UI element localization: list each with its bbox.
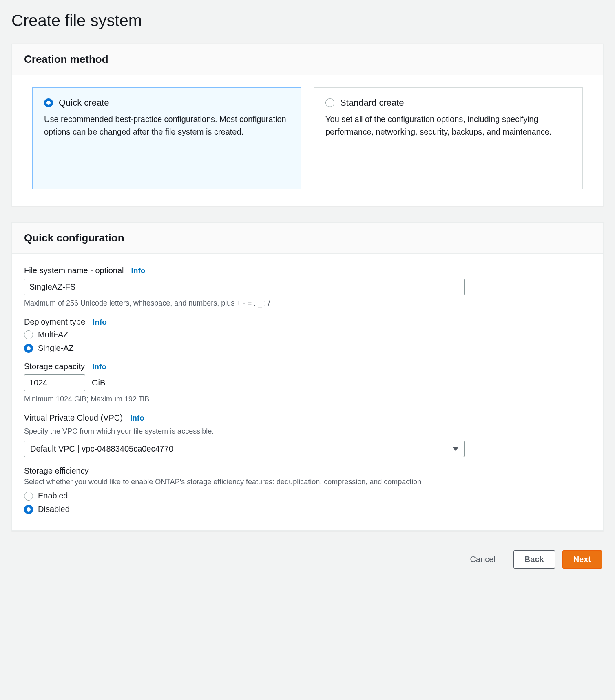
info-link-deployment-type[interactable]: Info: [93, 318, 107, 327]
field-storage-efficiency: Storage efficiency Select whether you wo…: [24, 466, 591, 514]
quick-configuration-header: Quick configuration: [12, 223, 603, 254]
storage-efficiency-label: Storage efficiency: [24, 466, 89, 476]
chevron-down-icon: [453, 447, 458, 451]
info-link-vpc[interactable]: Info: [130, 414, 144, 423]
file-system-name-input[interactable]: [24, 279, 465, 295]
deployment-option-label: Multi-AZ: [38, 330, 68, 339]
info-link-file-system-name[interactable]: Info: [131, 266, 146, 275]
creation-option-title: Quick create: [59, 97, 109, 108]
info-link-storage-capacity[interactable]: Info: [92, 362, 106, 371]
radio-icon: [24, 505, 33, 514]
creation-option-title: Standard create: [340, 97, 404, 108]
deployment-type-label: Deployment type: [24, 317, 85, 327]
creation-option-quick-create[interactable]: Quick create Use recommended best-practi…: [32, 87, 301, 189]
field-file-system-name: File system name - optional Info Maximum…: [24, 266, 591, 308]
vpc-sublabel: Specify the VPC from which your file sys…: [24, 426, 591, 436]
file-system-name-label: File system name - optional: [24, 266, 124, 275]
storage-efficiency-enabled-radio[interactable]: Enabled: [24, 491, 591, 501]
quick-configuration-panel: Quick configuration File system name - o…: [11, 222, 604, 531]
creation-option-standard-create[interactable]: Standard create You set all of the confi…: [314, 87, 583, 189]
field-deployment-type: Deployment type Info Multi-AZ Single-AZ: [24, 317, 591, 353]
footer-actions: Cancel Back Next: [11, 547, 604, 569]
file-system-name-hint: Maximum of 256 Unicode letters, whitespa…: [24, 298, 591, 308]
creation-method-panel: Creation method Quick create Use recomme…: [11, 44, 604, 206]
vpc-select[interactable]: Default VPC | vpc-04883405ca0ec4770: [24, 441, 465, 457]
storage-efficiency-disabled-radio[interactable]: Disabled: [24, 505, 591, 514]
field-vpc: Virtual Private Cloud (VPC) Info Specify…: [24, 413, 591, 457]
creation-option-description: You set all of the configuration options…: [325, 113, 571, 138]
storage-efficiency-option-label: Enabled: [38, 491, 68, 501]
storage-capacity-input[interactable]: [24, 374, 85, 391]
storage-efficiency-sublabel: Select whether you would like to enable …: [24, 476, 591, 487]
creation-option-description: Use recommended best-practice configurat…: [44, 113, 290, 138]
vpc-label: Virtual Private Cloud (VPC): [24, 413, 123, 423]
radio-icon: [24, 344, 33, 353]
radio-icon: [325, 98, 334, 107]
storage-capacity-hint: Minimum 1024 GiB; Maximum 192 TiB: [24, 394, 591, 404]
back-button[interactable]: Back: [513, 550, 555, 569]
deployment-option-label: Single-AZ: [38, 343, 74, 353]
page-title: Create file system: [11, 11, 604, 30]
quick-configuration-title: Quick configuration: [24, 232, 591, 244]
creation-method-header: Creation method: [12, 44, 603, 75]
radio-icon: [24, 330, 33, 339]
cancel-button[interactable]: Cancel: [460, 551, 506, 568]
storage-capacity-unit: GiB: [92, 378, 105, 388]
creation-method-title: Creation method: [24, 53, 591, 66]
field-storage-capacity: Storage capacity Info GiB Minimum 1024 G…: [24, 362, 591, 404]
radio-icon: [44, 98, 53, 107]
storage-capacity-label: Storage capacity: [24, 362, 85, 371]
next-button[interactable]: Next: [562, 550, 602, 569]
deployment-multi-az-radio[interactable]: Multi-AZ: [24, 330, 591, 339]
deployment-single-az-radio[interactable]: Single-AZ: [24, 343, 591, 353]
vpc-selected-text: Default VPC | vpc-04883405ca0ec4770: [30, 444, 173, 454]
storage-efficiency-option-label: Disabled: [38, 505, 70, 514]
radio-icon: [24, 492, 33, 501]
